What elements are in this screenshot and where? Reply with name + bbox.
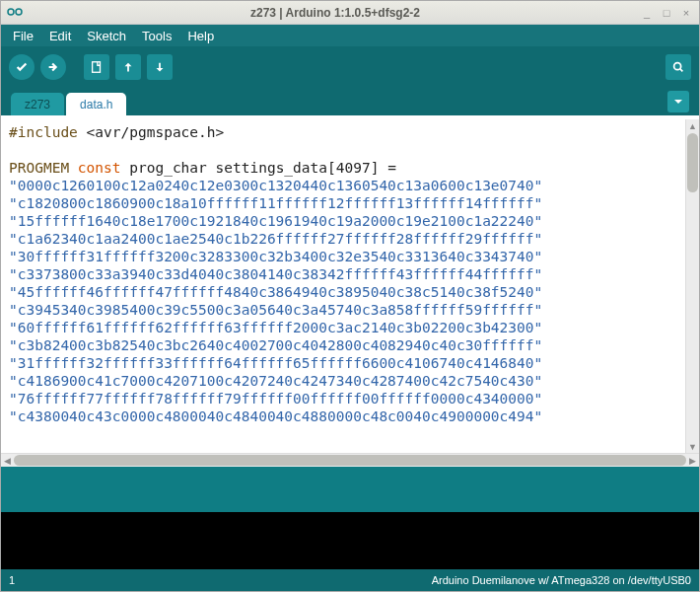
scroll-up-icon[interactable]: ▲ [686, 119, 699, 132]
line-number: 1 [9, 574, 15, 586]
menu-edit[interactable]: Edit [43, 27, 77, 45]
serial-monitor-button[interactable] [665, 54, 691, 80]
board-port-label: Arduino Duemilanove w/ ATmega328 on /dev… [432, 574, 691, 586]
include-path: <avr/pgmspace.h> [87, 124, 225, 140]
code-line: "30ffffff31ffffff3200c3283300c32b3400c32… [9, 249, 542, 264]
code-editor[interactable]: #include <avr/pgmspace.h> PROGMEM const … [1, 119, 685, 453]
svg-rect-2 [93, 62, 101, 73]
scroll-right-icon[interactable]: ▶ [686, 456, 699, 466]
svg-point-0 [8, 9, 14, 15]
scroll-thumb[interactable] [687, 133, 698, 192]
toolbar [1, 46, 699, 88]
verify-button[interactable] [9, 54, 35, 80]
scroll-down-icon[interactable]: ▼ [686, 440, 699, 453]
close-button[interactable]: × [679, 6, 693, 20]
code-line: "76ffffff77ffffff78ffffff79ffffff00fffff… [9, 391, 542, 407]
arduino-app-icon [7, 5, 23, 21]
svg-point-3 [674, 63, 681, 70]
menu-tools[interactable]: Tools [136, 27, 177, 45]
minimize-button[interactable]: _ [640, 6, 654, 20]
code-line: "c3945340c3985400c39c5500c3a05640c3a4574… [9, 302, 542, 318]
menu-sketch[interactable]: Sketch [81, 27, 132, 45]
status-area [1, 467, 699, 512]
upload-button[interactable] [40, 54, 66, 80]
maximize-button[interactable]: □ [660, 6, 673, 20]
footer-bar: 1 Arduino Duemilanove w/ ATmega328 on /d… [1, 569, 699, 591]
code-line: "c1a62340c1aa2400c1ae2540c1b226ffffff27f… [9, 231, 542, 247]
code-line: "c4186900c41c7000c4207100c4207240c424734… [9, 373, 542, 389]
code-line: "c1820800c1860900c18a10ffffff11ffffff12f… [9, 195, 542, 211]
menu-bar: File Edit Sketch Tools Help [1, 25, 699, 46]
code-line: "c3b82400c3b82540c3bc2640c4002700c404280… [9, 337, 542, 353]
decl-rest: prog_char settings_data[4097] = [129, 160, 396, 176]
const-keyword: const [78, 160, 121, 176]
code-line: "60ffffff61ffffff62ffffff63ffffff2000c3a… [9, 320, 542, 335]
tab-z273[interactable]: z273 [11, 93, 64, 115]
code-line: "15ffffff1640c18e1700c1921840c1961940c19… [9, 213, 542, 229]
code-line: "45ffffff46ffffff47ffffff4840c3864940c38… [9, 284, 542, 300]
new-button[interactable] [84, 54, 109, 80]
scroll-left-icon[interactable]: ◀ [1, 456, 14, 466]
code-line: "c4380040c43c0000c4800040c4840040c488000… [9, 408, 542, 424]
code-line: "c3373800c33a3940c33d4040c3804140c38342f… [9, 266, 542, 282]
save-button[interactable] [147, 54, 173, 80]
progmem-keyword: PROGMEM [9, 160, 69, 176]
vertical-scrollbar[interactable]: ▲ ▼ [685, 119, 699, 453]
horizontal-scrollbar[interactable]: ◀ ▶ [1, 453, 699, 467]
menu-file[interactable]: File [7, 27, 39, 45]
svg-point-1 [16, 9, 22, 15]
preproc-keyword: #include [9, 124, 78, 140]
tab-data-h[interactable]: data.h [66, 93, 126, 115]
code-line: "0000c1260100c12a0240c12e0300c1320440c13… [9, 178, 542, 193]
tab-menu-button[interactable] [667, 91, 689, 112]
menu-help[interactable]: Help [181, 27, 220, 45]
code-line: "31ffffff32ffffff33ffffff64ffffff65fffff… [9, 355, 542, 371]
window-title: z273 | Arduino 1:1.0.5+dfsg2-2 [31, 6, 640, 20]
hscroll-thumb[interactable] [14, 455, 686, 466]
console-output[interactable] [1, 512, 699, 569]
tab-bar: z273 data.h [1, 88, 699, 115]
open-button[interactable] [115, 54, 141, 80]
